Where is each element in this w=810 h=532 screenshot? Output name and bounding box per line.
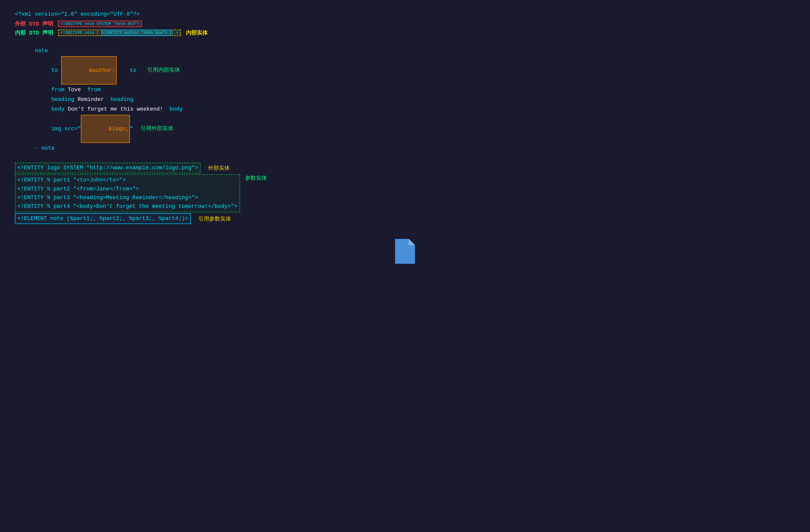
logo-entity-highlight: &logo;	[81, 115, 130, 143]
img-annotation: 引用外部实体	[141, 124, 173, 134]
ext-entity-label: 外部实体	[208, 164, 230, 172]
to-annotation: 引用内部实体	[147, 65, 180, 75]
entity-declarations-section: <!ENTITY logo SYSTEM "http://www.example…	[15, 163, 795, 224]
svg-marker-2	[409, 239, 415, 245]
file-icon-container	[15, 239, 795, 264]
author-entity-highlight: &author;	[61, 56, 117, 84]
entity-highlight: <!ENTITY author "John Doe">	[101, 30, 171, 36]
internal-dtd-row: 内部 DTD 声明 <!DOCTYPE note [ <!ENTITY auth…	[15, 29, 795, 36]
internal-dtd-label: 内部 DTD 声明	[15, 29, 53, 36]
img-line: img src=" &logo; " 引用外部实体	[15, 115, 795, 143]
element-box: <!ELEMENT note (%part1;, %part2;, %part3…	[15, 213, 191, 224]
xml-declaration: <?xml version="1.0" encoding="UTF-8"?>	[15, 10, 795, 19]
ext-entity-box: <!ENTITY logo SYSTEM "http://www.example…	[15, 163, 200, 173]
param-entity-block: <!ENTITY % part1 "<to>John</to>"> <!ENTI…	[15, 174, 240, 212]
part3-line: <!ENTITY % part3 "<heading>Meeting Remin…	[17, 194, 238, 202]
internal-dtd-code: <!DOCTYPE note [ <!ENTITY author "John D…	[58, 30, 181, 36]
body-line: body Don't forget me this weekend! body	[15, 105, 795, 114]
ext-entity-row: <!ENTITY logo SYSTEM "http://www.example…	[15, 163, 795, 173]
xml-tree: note to &author; to 引用内部实体 from Tove fro…	[15, 47, 795, 153]
part4-line: <!ENTITY % part4 "<body>Don't forget the…	[17, 202, 238, 211]
heading-line: heading Reminder heading	[15, 95, 795, 104]
element-annotation: 引用参数实体	[198, 215, 231, 222]
param-entity-label: 参数实体	[245, 174, 267, 182]
to-line: to &author; to 引用内部实体	[15, 56, 795, 84]
internal-entity-label: 内部实体	[186, 29, 208, 36]
external-dtd-row: 外部 DTD 声明 <!DOCTYPE note SYSTEM "note.dt…	[15, 20, 795, 28]
external-dtd-label: 外部 DTD 声明	[15, 20, 53, 28]
note-close: - note	[15, 144, 795, 153]
ext-entity-code: <!ENTITY logo SYSTEM "http://www.example…	[17, 164, 198, 172]
part2-line: <!ENTITY % part2 "<from>Jane</from>">	[17, 185, 238, 194]
external-dtd-code: <!DOCTYPE note SYSTEM "note.dtd">	[58, 21, 142, 27]
element-row: <!ELEMENT note (%part1;, %part2;, %part3…	[15, 213, 795, 224]
param-entities-row: <!ENTITY % part1 "<to>John</to>"> <!ENTI…	[15, 174, 795, 212]
file-icon	[395, 239, 415, 264]
part1-line: <!ENTITY % part1 "<to>John</to>">	[17, 176, 238, 184]
note-open: note	[15, 47, 795, 55]
element-code: <!ELEMENT note (%part1;, %part2;, %part3…	[17, 214, 188, 223]
from-line: from Tove from	[15, 85, 795, 94]
